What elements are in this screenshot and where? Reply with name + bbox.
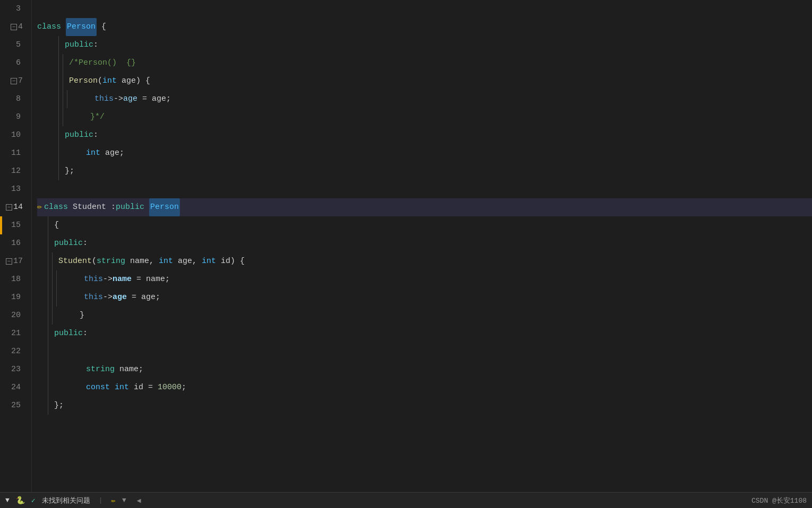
code-line-22 [37,343,812,361]
line-num-4: −4 [0,18,25,36]
code-line-8: this->age = age; [37,90,812,108]
line-num-19: 19 [0,288,25,306]
code-line-25: }; [37,397,812,415]
code-line-6: /*Person() {} [37,54,812,72]
code-line-18: this->name = name; [37,270,812,288]
line-num-8: 8 [0,90,25,108]
code-line-4: class Person { [37,18,812,36]
toggle-icon[interactable]: ▼ [5,496,10,504]
line-num-11: 11 [0,144,25,162]
line-num-20: 20 [0,306,25,325]
status-watermark: CSDN @长安1108 [751,496,807,505]
editor-area: 3 −4 5 6 −7 8 9 10 11 12 13 −14 15 16 −1… [0,0,812,492]
line-num-5: 5 [0,36,25,54]
line-numbers: 3 −4 5 6 −7 8 9 10 11 12 13 −14 15 16 −1… [0,0,32,492]
python-icon: 🐍 [16,496,25,505]
line-num-24: 24 [0,379,25,397]
code-line-23: string name; [37,361,812,379]
code-line-7: Person(int age) { [37,72,812,90]
line-num-22: 22 [0,343,25,361]
line-num-3: 3 [0,0,25,18]
line-num-6: 6 [0,54,25,72]
code-line-17: Student(string name, int age, int id) { [37,252,812,270]
line-num-10: 10 [0,126,25,144]
line-num-21: 21 [0,325,25,343]
nav-arrow-icon[interactable]: ◀ [137,496,141,505]
status-bar: ▼ 🐍 ✓ 未找到相关问题 | ✏ ▼ ◀ CSDN @长安1108 [0,492,812,508]
line-num-7: −7 [0,72,25,90]
edit-icon[interactable]: ✏ [111,496,115,505]
line-num-16: 16 [0,234,25,252]
line-num-25: 25 [0,397,25,415]
line-num-9: 9 [0,108,25,126]
line-num-17: −17 [0,252,25,270]
code-line-13 [37,180,812,198]
status-check-icon: ✓ [31,496,36,505]
code-line-21: public: [37,325,812,343]
code-line-12: }; [37,162,812,180]
code-line-3 [37,0,812,18]
dropdown-arrow[interactable]: ▼ [122,496,126,504]
line-num-18: 18 [0,270,25,288]
code-line-14: ✏ class Student :public Person [37,198,812,216]
code-line-5: public: [37,36,812,54]
line-num-12: 12 [0,162,25,180]
code-line-10: public: [37,126,812,144]
status-message: 未找到相关问题 [42,496,90,505]
code-content[interactable]: class Person { public: /*Person() {} Per… [32,0,812,492]
code-line-16: public: [37,234,812,252]
status-divider: | [99,496,103,504]
status-left: ▼ 🐍 ✓ 未找到相关问题 | ✏ ▼ ◀ [5,496,141,505]
code-line-15: { [37,216,812,234]
code-line-20: } [37,306,812,325]
line-num-23: 23 [0,361,25,379]
line-num-14: −14 [0,198,25,216]
line-num-13: 13 [0,180,25,198]
line-num-15: 15 [0,216,25,234]
code-line-9: }*/ [37,108,812,126]
line-indicator [0,216,2,234]
code-line-19: this->age = age; [37,288,812,306]
code-line-24: const int id = 10000; [37,379,812,397]
code-line-11: int age; [37,144,812,162]
